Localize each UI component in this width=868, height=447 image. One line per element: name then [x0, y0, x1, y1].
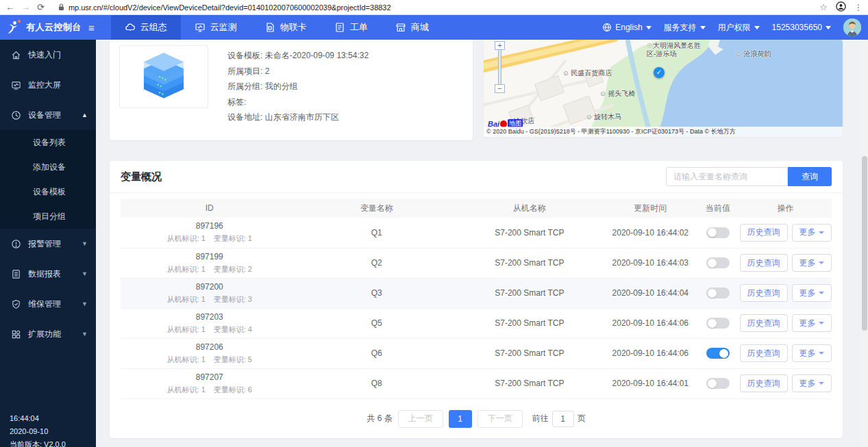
search-button[interactable]: 查询 [788, 167, 832, 186]
bookmark-star-icon[interactable]: ☆ [819, 2, 828, 12]
browser-menu-icon[interactable]: ⋮ [854, 3, 863, 12]
lock-icon [58, 3, 64, 11]
language-dropdown[interactable]: English [602, 23, 651, 32]
sidebar-menu: 快速入门监控大屏设备管理▲设备列表添加设备设备模板项目分组报警管理▼数据报表▼维… [0, 40, 96, 349]
history-query-button[interactable]: 历史查询 [740, 284, 788, 302]
history-query-button[interactable]: 历史查询 [740, 374, 788, 392]
device-field: 设备地址: 山东省济南市历下区 [227, 110, 369, 125]
variable-id: 897199 [121, 252, 299, 262]
update-time: 2020-09-10 16:44:06 [612, 348, 689, 358]
next-page-button[interactable]: 下一页 [478, 410, 523, 428]
more-button[interactable]: 更多 [792, 374, 832, 392]
sidebar-subitem-2-0[interactable]: 设备列表 [0, 130, 96, 155]
column-header-1: 变量名称 [299, 199, 455, 218]
prev-page-button[interactable]: 上一页 [398, 410, 443, 428]
zoom-slider[interactable] [498, 50, 501, 84]
device-location-marker-icon[interactable]: ✓ [654, 67, 665, 78]
history-query-button[interactable]: 历史查询 [740, 344, 788, 362]
sidebar-subitem-2-1[interactable]: 添加设备 [0, 155, 96, 179]
address-bar[interactable]: mp.usr.cn/#/cloudV2/device/ViewDeviceDet… [51, 1, 813, 14]
map-poi-label: ⊙ 旋转木马 [586, 112, 621, 122]
zoom-in-button[interactable]: + [495, 41, 505, 50]
nav-item-3[interactable]: 工单 [321, 15, 382, 40]
nav-item-1[interactable]: 云监测 [181, 15, 251, 40]
brand[interactable]: 有人云控制台 ≡ [0, 20, 101, 35]
back-icon[interactable]: ← [5, 3, 14, 12]
column-header-2: 从机名称 [455, 199, 604, 218]
history-query-button[interactable]: 历史查询 [740, 224, 788, 242]
variable-search-input[interactable] [666, 167, 788, 186]
baidu-paw-icon [500, 120, 507, 127]
current-date: 2020-09-10 [10, 425, 66, 438]
sidebar-item-6[interactable]: 扩展功能▼ [0, 319, 96, 349]
home-icon [11, 50, 21, 60]
value-toggle[interactable] [706, 318, 730, 329]
chevron-down-icon [819, 322, 824, 324]
app-version: 当前版本: V2.0.0 [10, 438, 66, 447]
page-number-button[interactable]: 1 [449, 410, 472, 428]
more-button[interactable]: 更多 [792, 224, 832, 242]
sidebar-item-3[interactable]: 报警管理▼ [0, 229, 96, 259]
nav-item-2[interactable]: 物联卡 [251, 15, 321, 40]
chevron-down-icon: ▼ [82, 331, 88, 337]
forward-icon[interactable]: → [21, 3, 30, 12]
current-time: 16:44:04 [10, 412, 66, 425]
variable-id: 897196 [121, 221, 299, 231]
variable-tag: 变量标识: 1 [214, 234, 252, 242]
nav-item-4[interactable]: 商城 [382, 15, 443, 40]
update-time: 2020-09-10 16:44:01 [612, 379, 689, 388]
variable-name: Q3 [371, 288, 382, 298]
sidebar-subitem-2-2[interactable]: 设备模板 [0, 179, 96, 204]
value-toggle[interactable] [706, 348, 730, 359]
reload-icon[interactable]: ⟳ [37, 3, 45, 12]
sidebar-item-2[interactable]: 设备管理▲ [0, 100, 96, 130]
sidebar-item-4[interactable]: 数据报表▼ [0, 259, 96, 289]
device-map-card: ☉大明湖风景名胜区-游乐场 ⊙ 沧浪荷韵 ⊙ 民盛百货商店 ⊙ 摇头飞椅 ⊙ 旋… [484, 40, 843, 137]
shield-icon [11, 299, 21, 309]
extension-icon [11, 329, 21, 340]
nav-item-0[interactable]: 云组态 [111, 15, 181, 40]
sidebar-item-0[interactable]: 快速入门 [0, 40, 96, 70]
map-zoom-control: + − [495, 41, 505, 93]
account-dropdown[interactable]: 15253035650 [772, 23, 831, 32]
table-row: 897206从机标识: 1变量标识: 5Q6S7-200 Smart TCP20… [121, 338, 832, 368]
value-toggle[interactable] [706, 257, 730, 268]
more-button[interactable]: 更多 [792, 254, 832, 272]
url-text: mp.usr.cn/#/cloudV2/device/ViewDeviceDet… [69, 3, 391, 12]
support-dropdown[interactable]: 服务支持 [664, 22, 706, 34]
user-avatar[interactable] [843, 18, 861, 36]
table-row: 897196从机标识: 1变量标识: 1Q1S7-200 Smart TCP20… [121, 218, 832, 248]
value-toggle[interactable] [706, 227, 730, 238]
history-query-button[interactable]: 历史查询 [740, 254, 788, 272]
sidebar-item-1[interactable]: 监控大屏 [0, 70, 96, 100]
sidebar-subitem-2-3[interactable]: 项目分组 [0, 204, 96, 229]
history-query-button[interactable]: 历史查询 [740, 314, 788, 332]
sidebar-item-5[interactable]: 维保管理▼ [0, 289, 96, 319]
topnav-items: 云组态云监测物联卡工单商城 [111, 15, 443, 40]
variable-tag: 变量标识: 6 [214, 385, 252, 394]
content-scrollbar[interactable] [861, 40, 868, 447]
scrollbar-thumb[interactable] [862, 156, 867, 331]
value-toggle[interactable] [706, 378, 730, 389]
slave-tag: 从机标识: 1 [167, 385, 206, 394]
profile-icon[interactable] [836, 1, 846, 14]
more-button[interactable]: 更多 [792, 344, 832, 362]
variable-id: 897207 [121, 372, 299, 383]
variable-id: 897203 [121, 312, 299, 322]
chevron-down-icon [819, 382, 824, 385]
variable-id: 897206 [121, 342, 299, 353]
report-icon [11, 269, 21, 279]
sidebar-item-label: 设备管理 [28, 110, 61, 121]
value-toggle[interactable] [706, 288, 730, 298]
jump-page-input[interactable] [552, 411, 574, 427]
more-button[interactable]: 更多 [792, 314, 832, 332]
permission-dropdown[interactable]: 用户权限 [718, 22, 760, 34]
zoom-out-button[interactable]: − [495, 84, 505, 93]
chevron-down-icon [819, 292, 824, 294]
hamburger-icon[interactable]: ≡ [88, 22, 95, 34]
variable-name: Q2 [371, 258, 382, 268]
column-header-4: 当前值 [697, 199, 739, 218]
total-count: 共 6 条 [367, 413, 392, 424]
more-button[interactable]: 更多 [792, 284, 832, 302]
sidebar-footer: 16:44:04 2020-09-10 当前版本: V2.0.0 [10, 412, 66, 447]
